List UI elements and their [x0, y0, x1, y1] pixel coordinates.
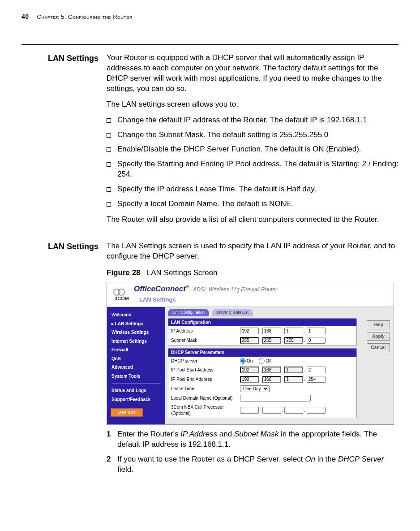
local-domain-input[interactable]	[240, 395, 311, 401]
nav-firewall[interactable]: Firewall	[107, 345, 165, 354]
list-item: Change the Subnet Mask. The default sett…	[107, 130, 399, 140]
nbx-octet-4[interactable]	[307, 407, 326, 414]
running-header: 40 Chapter 5: Configuring the Router	[21, 13, 399, 21]
subnet-mask-label: Subnet Mask	[171, 337, 238, 344]
capabilities-list: Change the default IP address of the Rou…	[107, 115, 399, 210]
end-octet-1[interactable]	[240, 376, 259, 383]
ip-octet-2[interactable]	[262, 328, 281, 334]
figure-number: Figure 28	[107, 268, 141, 277]
nav-system-tools[interactable]: System Tools	[107, 372, 165, 381]
cancel-button[interactable]: Cancel	[367, 343, 390, 352]
list-intro: The LAN settings screen allows you to:	[107, 99, 399, 110]
pool-end-label: IP Pool End Address	[171, 376, 238, 383]
local-domain-label: Local Domain Name (Optional)	[171, 395, 238, 401]
nbx-label: 3Com NBX Call Processor (Optional)	[171, 404, 238, 416]
nbx-octet-2[interactable]	[262, 407, 281, 414]
pool-start-label: IP Pool Start Address	[171, 367, 238, 373]
nav-internet-settings[interactable]: Internet Settings	[107, 337, 165, 346]
section-heading-lan-settings-1: LAN Settings	[21, 53, 107, 64]
start-octet-4[interactable]	[307, 367, 326, 373]
list-item: Specify a local Domain Name. The default…	[107, 199, 399, 209]
apply-button[interactable]: Apply	[367, 332, 390, 341]
figure-caption: Figure 28 LAN Settings Screen	[107, 268, 399, 278]
ip-octet-3[interactable]	[284, 328, 303, 334]
lease-time-select[interactable]: One Day	[240, 385, 270, 392]
3com-logo: 3COM	[111, 288, 134, 301]
lan-config-panel-header: LAN Configuration	[168, 319, 356, 327]
ip-address-label: IP Address	[171, 328, 238, 334]
lan-settings-screenshot: 3COM OfficeConnect® ADSL Wireless 11g Fi…	[107, 282, 394, 425]
step-1: Enter the Router's IP Address and Subnet…	[107, 429, 399, 450]
list-item: Enable/Disable the DHCP Server Function.…	[107, 144, 399, 155]
mask-octet-2[interactable]	[262, 337, 281, 344]
lease-time-label: Lease Time	[171, 386, 238, 392]
svg-point-1	[118, 289, 124, 295]
step-2: If you want to use the Router as a DHCP …	[107, 454, 399, 475]
start-octet-3[interactable]	[284, 367, 303, 373]
nbx-octet-1[interactable]	[240, 407, 259, 414]
section-rule	[21, 44, 399, 45]
end-octet-2[interactable]	[262, 376, 281, 383]
start-octet-1[interactable]	[240, 367, 259, 373]
dhcp-panel-header: DHCP Server Parameters	[168, 349, 356, 357]
section2-intro: The LAN Settings screen is used to speci…	[107, 241, 399, 262]
nav-wireless-settings[interactable]: Wireless Settings	[107, 328, 165, 337]
end-octet-3[interactable]	[284, 376, 303, 383]
list-item: Specify the Starting and Ending IP Pool …	[107, 159, 399, 180]
product-description: ADSL Wireless 11g Firewall Router	[193, 286, 277, 293]
list-item: Specify the IP address Lease Time. The d…	[107, 184, 399, 194]
tab-unit-configuration[interactable]: Unit Configuration	[168, 309, 209, 316]
svg-text:3COM: 3COM	[115, 296, 129, 301]
help-button[interactable]: Help	[367, 320, 390, 329]
ip-octet-1[interactable]	[240, 328, 259, 334]
dhcp-server-label: DHCP server	[171, 358, 238, 364]
nav-status-logs[interactable]: Status and Logs	[107, 386, 165, 395]
officeconnect-logo: OfficeConnect®	[134, 285, 191, 293]
section-heading-lan-settings-2: LAN Settings	[21, 241, 107, 252]
mask-octet-3[interactable]	[284, 337, 303, 344]
nav-advanced[interactable]: Advanced	[107, 363, 165, 372]
list-item: Change the default IP address of the Rou…	[107, 115, 399, 125]
ip-octet-4[interactable]	[307, 328, 326, 334]
mask-octet-1[interactable]	[240, 337, 259, 344]
nav-welcome[interactable]: Welcome	[107, 311, 165, 319]
nav-support-feedback[interactable]: Support/Feedback	[107, 395, 165, 404]
procedure-steps: Enter the Router's IP Address and Subnet…	[107, 429, 399, 475]
dhcp-on-radio[interactable]	[240, 358, 246, 364]
nbx-octet-3[interactable]	[284, 407, 303, 414]
screenshot-sidebar: Welcome LAN Settings Wireless Settings I…	[107, 307, 165, 424]
closing-paragraph: The Router will also provide a list of a…	[107, 215, 399, 225]
end-octet-4[interactable]	[307, 376, 326, 383]
nav-lan-settings[interactable]: LAN Settings	[107, 319, 165, 328]
mask-octet-4[interactable]	[307, 337, 326, 344]
figure-title: LAN Settings Screen	[147, 268, 218, 277]
tab-dhcp-clients-list[interactable]: DHCP Clients List	[212, 309, 253, 316]
start-octet-2[interactable]	[262, 367, 281, 373]
intro-paragraph: Your Router is equipped with a DHCP serv…	[107, 53, 399, 94]
page-number: 40	[21, 13, 29, 21]
nav-qos[interactable]: QoS	[107, 354, 165, 363]
chapter-label: Chapter 5: Configuring the Router	[37, 13, 133, 21]
dhcp-off-radio[interactable]	[259, 358, 265, 364]
logout-button[interactable]: LOG OUT	[111, 408, 143, 416]
screenshot-page-title: LAN Settings	[134, 294, 277, 305]
screenshot-header: 3COM OfficeConnect® ADSL Wireless 11g Fi…	[107, 282, 394, 307]
